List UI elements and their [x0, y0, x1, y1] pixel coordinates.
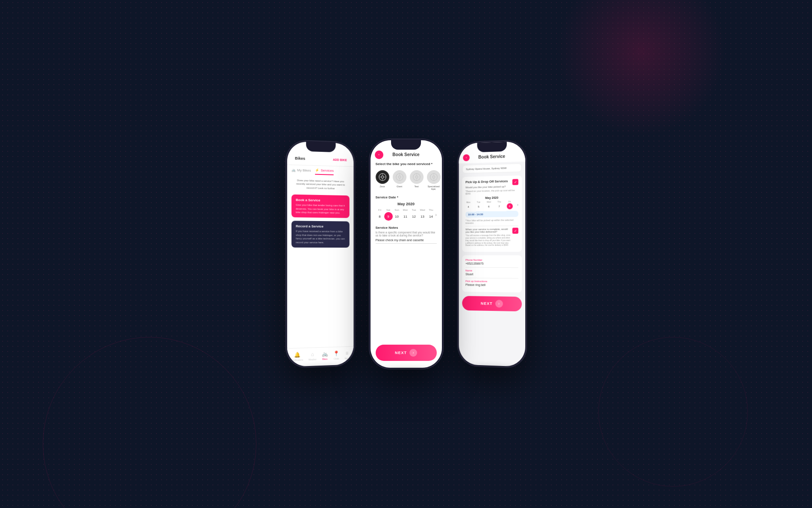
cal-day-mon[interactable]: Mon 11	[401, 209, 410, 221]
cal-day-wed[interactable]: Wed 13	[418, 209, 427, 221]
add-bike-button[interactable]: ADD BIKE	[332, 158, 349, 161]
calendar-next-arrow[interactable]: ›	[435, 213, 437, 217]
nav-bikes[interactable]: 🚲 Bikes	[321, 351, 328, 360]
nav-more[interactable]: ≡ More	[344, 350, 349, 360]
cal-day-name-mon: Mon	[403, 209, 408, 211]
bike-item-specialized[interactable]: Specialized Epic	[427, 170, 441, 190]
pickup-checkbox[interactable]: ✓	[512, 179, 518, 185]
center-notch	[391, 140, 421, 150]
cal-day-fri[interactable]: Fri 8	[376, 209, 384, 221]
mini-cal-next-arrow[interactable]: ›	[517, 202, 518, 207]
cal-day-tue[interactable]: Tue 12	[410, 209, 418, 221]
cal-day-name-fri: Fri	[378, 209, 381, 211]
record-service-desc: If you have received a service from a bi…	[296, 230, 345, 244]
calendar-days: Fri 8 Sat 9 Sun 10 Mon 11	[376, 209, 437, 221]
svg-point-1	[381, 176, 384, 178]
cal-day-name-tue: Tue	[412, 209, 416, 211]
bike-icon: 🚲	[321, 351, 328, 357]
bike-item-zeus[interactable]: Zeus	[376, 170, 389, 190]
cal-day-name-thu: Thu	[429, 209, 433, 211]
cal-day-sat[interactable]: Sat 9	[384, 209, 393, 221]
dropoff-checkbox[interactable]: ✓	[512, 227, 518, 233]
nav-weather[interactable]: ⌂ Weather	[308, 351, 316, 361]
book-service-card[interactable]: Book a Service Give your bike that tende…	[291, 195, 350, 218]
pickup-instructions-label: Pick up Instructions	[465, 280, 518, 283]
service-notes-input[interactable]: Please check my chain and cassette	[376, 239, 437, 244]
pickup-instructions-value[interactable]: Please ring bell	[465, 284, 518, 287]
bg-circle-bottom-right	[598, 337, 748, 487]
bike-name-giant: Giant	[397, 185, 402, 188]
right-back-button[interactable]: ‹	[463, 154, 470, 161]
center-next-label: NEXT	[395, 351, 407, 355]
mini-cal-name-fri: Fri	[508, 200, 511, 203]
record-service-title: Record a Service	[296, 224, 345, 229]
center-title: Book Service	[392, 152, 419, 157]
mini-cal-fri[interactable]: Fri 8	[506, 200, 512, 209]
phone-field-row: Phone Number +6521358975	[465, 259, 518, 265]
time-slot[interactable]: 10:00 - 14:30	[465, 211, 518, 218]
phone-value[interactable]: +6521358975	[465, 262, 518, 265]
mini-cal-month: May 2020	[465, 196, 518, 200]
left-screen: Bikes ADD BIKE 🚲 My Bikes ⚡ Services Doe…	[287, 141, 353, 367]
bottom-nav: 🔔 Notifications ⌂ Weather 🚲 Bikes 📍 Club…	[287, 346, 353, 367]
pickup-section-title: Pick Up & Drop Off Services	[465, 179, 508, 184]
service-date-label: Service Date *	[371, 194, 442, 202]
services-tab[interactable]: ⚡ Services	[315, 168, 333, 175]
mini-cal-num-8: 8	[506, 203, 512, 209]
nav-weather-label: Weather	[308, 358, 316, 361]
cal-day-name-wed: Wed	[420, 209, 425, 211]
mini-cal-tue[interactable]: Tue 5	[475, 201, 481, 210]
mini-cal-name-tue: Tue	[477, 201, 480, 203]
service-notes-hint: Is there a specific component that you w…	[376, 231, 437, 237]
cal-day-sun[interactable]: Sun 10	[393, 209, 401, 221]
name-field-row: Name Stuart	[465, 269, 518, 276]
nav-clubs[interactable]: 📍 Clubs	[333, 351, 339, 360]
bike-avatar-test	[410, 170, 424, 184]
bike-item-giant[interactable]: Giant	[393, 170, 406, 190]
my-bikes-tab[interactable]: 🚲 My Bikes	[291, 168, 311, 174]
mini-cal-wed[interactable]: Wed 6	[485, 201, 491, 210]
mini-cal-mon[interactable]: Mon 4	[465, 201, 471, 210]
bike-name-test: Test	[414, 185, 418, 188]
bike-name-zeus: Zeus	[380, 185, 385, 188]
bike-name-specialized: Specialized Epic	[427, 185, 441, 190]
dropoff-question: When your service is complete, would you…	[465, 228, 511, 233]
cal-day-thu[interactable]: Thu 14	[427, 209, 435, 221]
mini-cal-thu[interactable]: Thu 7	[496, 201, 502, 210]
services-icon: ⚡	[315, 168, 319, 172]
divider-1	[465, 225, 518, 226]
nav-notifications-label: Notifications	[291, 358, 303, 361]
nav-notifications[interactable]: 🔔 Notifications	[291, 351, 303, 361]
bikes-tab[interactable]: Bikes	[291, 154, 309, 162]
svg-point-11	[415, 176, 418, 178]
mini-cal-num-4: 4	[465, 204, 471, 210]
cal-day-num-10: 10	[393, 212, 401, 221]
bike-avatar-zeus	[376, 170, 389, 184]
cal-day-num-11: 11	[401, 212, 410, 221]
divider-2	[465, 267, 518, 268]
bike-selector: Zeus Giant	[371, 168, 442, 194]
mini-cal-name-mon: Mon	[466, 201, 470, 204]
pickup-note: *Based on your location, the pick-up cos…	[465, 189, 518, 195]
center-next-button[interactable]: NEXT ›	[376, 345, 437, 361]
menu-icon: ≡	[345, 350, 348, 356]
right-next-button[interactable]: NEXT ›	[462, 296, 522, 311]
cal-day-name-sat: Sat	[386, 209, 390, 211]
my-bikes-icon: 🚲	[291, 168, 296, 172]
name-label: Name	[465, 269, 518, 272]
pickup-instructions-row: Pick up Instructions Please ring bell	[465, 280, 518, 287]
bike-item-test[interactable]: Test	[410, 170, 424, 190]
phone-label: Phone Number	[465, 259, 518, 261]
cal-day-name-sun: Sun	[394, 209, 399, 211]
service-notes-label: Service Notes	[376, 226, 437, 230]
record-service-card[interactable]: Record a Service If you have received a …	[291, 221, 350, 248]
home-icon: ⌂	[311, 351, 314, 357]
mini-cal-num-7: 7	[496, 204, 502, 210]
name-value[interactable]: Stuart	[465, 273, 518, 276]
left-phone: Bikes ADD BIKE 🚲 My Bikes ⚡ Services Doe…	[285, 139, 355, 369]
location-bar: Sydney Opera House, Sydney NSW	[462, 163, 522, 174]
mini-calendar: May 2020 Mon 4 Tue 5 Wed 6	[465, 196, 518, 210]
bike-section-label: Select the bike you need serviced *	[371, 160, 442, 168]
back-button[interactable]: ‹	[375, 151, 383, 159]
cal-day-num-9: 9	[384, 212, 393, 221]
